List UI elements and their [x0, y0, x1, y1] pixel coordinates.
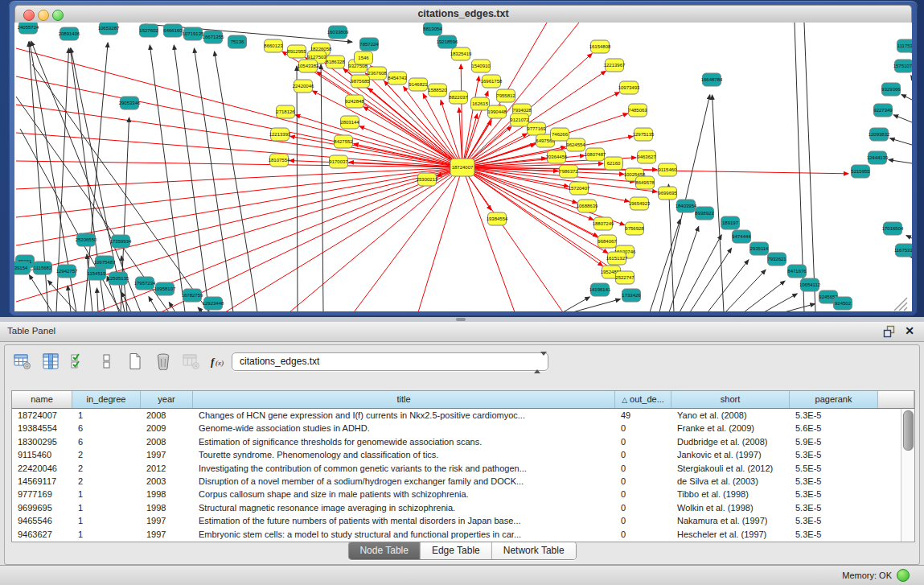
graph-node[interactable]: 8649578 — [635, 176, 655, 189]
function-builder-button[interactable]: f(x) — [210, 352, 229, 372]
graph-node[interactable]: 9756928 — [625, 222, 644, 235]
graph-node[interactable]: 8938923 — [695, 207, 714, 220]
graph-node[interactable]: 6466160 — [163, 24, 183, 37]
graph-node[interactable]: 12942757 — [56, 265, 78, 278]
column-header-pagerank[interactable]: pagerank — [790, 391, 878, 408]
show-columns-button[interactable] — [41, 352, 60, 372]
graph-node[interactable]: 25206550 — [76, 233, 97, 246]
column-header-year[interactable]: year — [141, 391, 193, 408]
table-row[interactable]: 946554611997Estimation of the future num… — [12, 514, 901, 527]
graph-node[interactable]: 1733426 — [622, 289, 641, 302]
graph-node[interactable]: 9624554 — [566, 138, 585, 151]
column-header-short[interactable]: short — [671, 391, 790, 408]
graph-node[interactable]: 14196141 — [589, 283, 611, 296]
graph-node[interactable]: 1990448 — [487, 105, 507, 118]
resize-grip-icon[interactable] — [894, 298, 907, 311]
graph-node[interactable]: 16033809 — [327, 26, 349, 39]
tab-node-table[interactable]: Node Table — [348, 542, 421, 559]
graph-node[interactable]: 39154 — [14, 262, 31, 274]
network-canvas[interactable]: 1872400725300213866012389129551822605891… — [14, 23, 912, 311]
graph-node[interactable]: 9242848 — [345, 95, 364, 108]
new-file-button[interactable] — [125, 352, 145, 372]
graph-node[interactable]: 9329366 — [881, 83, 901, 96]
graph-node[interactable]: 2522747 — [615, 271, 634, 284]
clear-selection-button[interactable] — [97, 352, 117, 372]
graph-node[interactable]: 16671355 — [203, 31, 224, 43]
tab-network-table[interactable]: Network Table — [492, 542, 576, 559]
graph-node[interactable]: 9699695 — [658, 187, 677, 200]
graph-node[interactable]: 10654112 — [799, 278, 821, 291]
column-header-in_degree[interactable]: in_degree — [72, 391, 141, 408]
graph-node[interactable]: 9463627 — [637, 150, 656, 163]
graph-node[interactable]: 18724007 — [450, 159, 474, 176]
graph-node[interactable]: 12923448 — [203, 297, 224, 310]
graph-node[interactable]: 12975135 — [633, 128, 655, 141]
graph-node[interactable]: 24055724 — [18, 23, 39, 34]
graph-node[interactable]: 746266 — [551, 128, 569, 141]
graph-node[interactable]: 1117538 — [897, 39, 913, 52]
table-row[interactable]: 1938455462009Genome-wide association stu… — [12, 422, 901, 435]
graph-node[interactable]: 189197 — [721, 216, 740, 229]
delete-button[interactable] — [154, 352, 173, 372]
graph-node[interactable]: 8454743 — [388, 72, 407, 84]
graph-node[interactable]: 16961758 — [481, 75, 503, 88]
graph-node[interactable]: 20364456 — [546, 150, 568, 163]
graph-node[interactable]: 9777169 — [527, 122, 546, 135]
graph-node[interactable]: 7485063 — [628, 104, 647, 117]
table-row[interactable]: 1830029562008Estimation of significance … — [12, 435, 901, 448]
graph-node[interactable]: 9170037 — [329, 155, 348, 168]
graph-node[interactable]: 11675313 — [894, 244, 912, 257]
table-selector-dropdown[interactable]: citations_edges.txt — [232, 352, 548, 371]
graph-node[interactable]: 10958107 — [154, 282, 176, 295]
graph-node[interactable]: 10719135 — [183, 27, 204, 40]
graph-node[interactable]: 1588520 — [428, 84, 447, 97]
graph-node[interactable]: 10543382 — [298, 60, 319, 72]
table-row[interactable]: 911546021997Tourette syndrome. Phenomeno… — [12, 448, 901, 461]
graph-node[interactable]: 924502 — [834, 297, 852, 310]
graph-node[interactable]: 17359934 — [110, 235, 132, 248]
graph-node[interactable]: 8822037 — [449, 91, 468, 104]
graph-node[interactable]: 17957234 — [134, 277, 156, 290]
graph-node[interactable]: 12505135 — [108, 272, 129, 285]
graph-node[interactable]: 10973493 — [618, 81, 640, 94]
table-row[interactable]: 1456911722003Disruption of a novel membe… — [12, 475, 901, 488]
float-window-icon[interactable] — [883, 325, 897, 338]
graph-node[interactable]: 8471676 — [787, 265, 807, 278]
graph-node[interactable]: 8912955 — [287, 45, 306, 58]
graph-node[interactable]: 1546 — [355, 51, 373, 64]
graph-node[interactable]: 10688639 — [577, 200, 598, 212]
graph-node[interactable]: 16154808 — [589, 40, 611, 53]
graph-node[interactable]: 19384554 — [487, 212, 508, 225]
graph-node[interactable]: 7857224 — [359, 38, 379, 51]
vertical-scrollbar[interactable] — [901, 409, 914, 542]
graph-node[interactable]: 9227349 — [873, 104, 893, 117]
graph-node[interactable]: 1540910 — [471, 60, 491, 72]
table-row[interactable]: 1872400712008Changes of HCN gene express… — [12, 409, 901, 422]
graph-node[interactable]: 8427552 — [334, 135, 353, 148]
graph-node[interactable]: 25300213 — [417, 173, 438, 186]
graph-node[interactable]: 12093832 — [869, 128, 890, 141]
graph-node[interactable]: 20891406 — [59, 27, 80, 40]
graph-node[interactable]: 17016504 — [882, 222, 904, 235]
table-row[interactable]: 977716911998Corpus callosum shape and si… — [12, 488, 901, 501]
graph-node[interactable]: 5215955 — [851, 165, 870, 178]
network-window-titlebar[interactable]: citations_edges.txt — [14, 5, 912, 24]
column-header-out_de[interactable]: △out_de... — [615, 391, 671, 408]
graph-node[interactable]: 16648784 — [701, 73, 723, 86]
graph-node[interactable]: 1154519 — [88, 267, 107, 280]
column-header-name[interactable]: name — [12, 391, 72, 408]
graph-node[interactable]: 19218596 — [437, 35, 458, 48]
graph-node[interactable]: 8186328 — [326, 56, 345, 68]
graph-node[interactable]: 16151327 — [606, 252, 628, 265]
graph-node[interactable]: 9146821 — [409, 78, 428, 91]
graph-node[interactable]: 18807249 — [593, 217, 614, 230]
graph-node[interactable]: 8813054 — [423, 23, 442, 35]
graph-node[interactable]: 9474444 — [732, 230, 751, 243]
graph-node[interactable]: 12213393 — [269, 128, 291, 141]
graph-node[interactable]: 2718126 — [276, 105, 295, 118]
table-row[interactable]: 946362711997Embryonic stem cells: a mode… — [12, 528, 901, 541]
graph-node[interactable]: 16782759 — [182, 289, 203, 302]
graph-node[interactable]: 22420046 — [293, 80, 314, 93]
graph-node[interactable]: 7932621 — [767, 253, 786, 266]
graph-node[interactable]: 1527602 — [139, 24, 158, 37]
